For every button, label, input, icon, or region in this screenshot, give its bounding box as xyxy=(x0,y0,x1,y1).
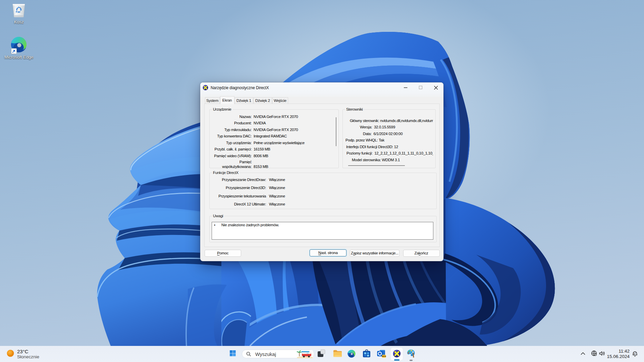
svg-text:z: z xyxy=(635,352,636,354)
svg-text:z: z xyxy=(634,352,635,355)
svg-text:NEW: NEW xyxy=(382,355,386,357)
